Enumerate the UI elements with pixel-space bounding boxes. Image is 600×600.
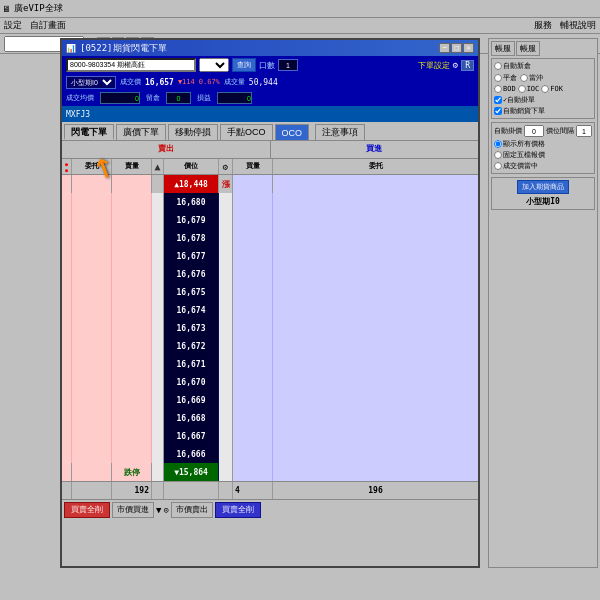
price-16678[interactable]: 16,678	[164, 229, 219, 247]
totals-row: 192 4 196	[62, 481, 478, 499]
radio-auto-new[interactable]: 自動新倉	[494, 61, 531, 71]
reset-button[interactable]: R	[461, 60, 474, 71]
tab-wide-order[interactable]: 廣價下單	[116, 124, 166, 140]
settings-icon[interactable]: ⚙	[453, 60, 458, 70]
attention-button[interactable]: 注意事項	[315, 124, 365, 140]
price-16668[interactable]: 16,668	[164, 409, 219, 427]
price-row-16678: 16,678	[62, 229, 478, 247]
ask-price-cell[interactable]: ▲18,448	[164, 175, 219, 193]
bid-price-cell[interactable]: ▼15,864	[164, 463, 219, 481]
buy-header: 買進	[271, 141, 479, 158]
stock-code-input[interactable]	[66, 58, 196, 72]
menu-help[interactable]: 輔視說明	[560, 19, 596, 32]
sell-qty-16679	[112, 211, 152, 229]
auto-radio-group2: 平倉 當沖	[494, 73, 592, 83]
price-16667[interactable]: 16,667	[164, 427, 219, 445]
close-button[interactable]: ✕	[463, 43, 474, 53]
market-sell-button[interactable]: 市價賣出	[171, 502, 213, 518]
instrument-code: MXFJ3	[66, 110, 90, 119]
interval-input[interactable]	[576, 125, 592, 137]
price-16672[interactable]: 16,672	[164, 337, 219, 355]
buy-qty-header: 買量	[233, 159, 273, 174]
avg-price-label: 成交均價	[66, 93, 94, 103]
radio-fok[interactable]: FOK	[541, 85, 563, 93]
price-row-16668: 16,668	[62, 409, 478, 427]
settings-label: 下單設定	[418, 60, 450, 71]
tab-oco[interactable]: OCO	[275, 124, 310, 140]
red-dot-2: ●	[65, 167, 68, 173]
account-type-select[interactable]	[199, 58, 229, 72]
add-product-button[interactable]: 加入期貨商品	[517, 180, 569, 194]
radio-flat[interactable]: 平倉	[494, 73, 517, 83]
menu-settings[interactable]: 設定	[4, 19, 22, 32]
instrument-select[interactable]: 小型期I0	[66, 76, 116, 89]
maximize-button[interactable]: □	[451, 43, 462, 53]
hold-input[interactable]	[166, 92, 191, 104]
sell-ind-16680	[62, 193, 72, 211]
right-tab-1[interactable]: 帳服	[491, 41, 515, 56]
radio-trade-mid[interactable]: 成交價當中	[494, 161, 592, 171]
tab-manual-oco[interactable]: 手點OCO	[220, 124, 273, 140]
hold-label: 留倉	[146, 93, 160, 103]
price-16669[interactable]: 16,669	[164, 391, 219, 409]
radio-bod[interactable]: BOD	[494, 85, 516, 93]
ask-tri	[152, 175, 164, 193]
auto-order-checkbox[interactable]	[494, 96, 502, 104]
interval-label: 價位間隔	[546, 126, 574, 136]
price-16673[interactable]: 16,673	[164, 319, 219, 337]
price-16675[interactable]: 16,675	[164, 283, 219, 301]
tri-16679	[152, 211, 164, 229]
price-16674[interactable]: 16,674	[164, 301, 219, 319]
menu-customize[interactable]: 自訂畫面	[30, 19, 66, 32]
ask-buy-entrust	[273, 175, 478, 193]
price-16677[interactable]: 16,677	[164, 247, 219, 265]
radio-daytrade[interactable]: 當沖	[520, 73, 543, 83]
price-settings-icon[interactable]: ⚙	[219, 159, 233, 174]
stock-selector: 查詢 口數	[66, 58, 298, 72]
app-icon: 🖥	[2, 4, 11, 14]
price-16679[interactable]: 16,679	[164, 211, 219, 229]
price-16670[interactable]: 16,670	[164, 373, 219, 391]
avg-price-input[interactable]	[100, 92, 140, 104]
auto-price-input[interactable]	[524, 125, 544, 137]
minimize-button[interactable]: ─	[439, 43, 450, 53]
trade-mid-label: 成交價當中	[503, 161, 538, 171]
action-buttons: 買賣全削 市價買進 ▼ ⊙ 市價賣出 買賣全削	[62, 499, 478, 519]
price-16671[interactable]: 16,671	[164, 355, 219, 373]
tab-trailing-stop[interactable]: 移動停損	[168, 124, 218, 140]
bid-price-row: 跌停 ▼15,864	[62, 463, 478, 481]
price-row-16667: 16,667	[62, 427, 478, 445]
buy-entrust-header: 委托	[273, 159, 478, 174]
price-rows-container: 16,680 16,679 16	[62, 193, 478, 463]
tab-flash-order[interactable]: 閃電下單	[64, 124, 114, 140]
bod-label: BOD	[503, 85, 516, 93]
price-16666[interactable]: 16,666	[164, 445, 219, 463]
product-section-title: 加入期貨商品	[494, 180, 592, 194]
stop-label: 漲	[219, 175, 233, 193]
ioc-label: IOC	[527, 85, 540, 93]
pnl-input[interactable]	[217, 92, 252, 104]
account-qty-input[interactable]	[278, 59, 298, 71]
price-16676[interactable]: 16,676	[164, 265, 219, 283]
menu-service[interactable]: 服務	[534, 19, 552, 32]
radio-show-all[interactable]: 顯示所有價格	[494, 139, 592, 149]
total-buy-qty: 4	[233, 482, 273, 499]
buy-entrust-16679	[273, 211, 478, 229]
auto-close-checkbox[interactable]	[494, 107, 502, 115]
change-value: ▼114	[178, 78, 195, 86]
buy-qty-16679	[233, 211, 273, 229]
right-tab-2[interactable]: 帳服	[516, 41, 540, 56]
radio-fixed-5[interactable]: 固定五檔報價	[494, 150, 592, 160]
sub-titlebar: 📊 [0522]期貨閃電下單 ─ □ ✕	[62, 40, 478, 56]
auto-close-label: 自動銷貨下單	[503, 106, 545, 116]
price-header: 價位	[164, 159, 219, 174]
price-16680[interactable]: 16,680	[164, 193, 219, 211]
radio-ioc[interactable]: IOC	[518, 85, 540, 93]
sell-all-button[interactable]: 買賣全削	[64, 502, 110, 518]
outer-menu: 設定 自訂畫面 服務 輔視說明	[0, 18, 600, 34]
buy-all-button[interactable]: 買賣全削	[215, 502, 261, 518]
query-button[interactable]: 查詢	[232, 58, 256, 72]
market-buy-button[interactable]: 市價買進	[112, 502, 154, 518]
tab-bar: 閃電下單 廣價下單 移動停損 手點OCO OCO 注意事項	[62, 122, 478, 141]
sell-ind-16679	[62, 211, 72, 229]
